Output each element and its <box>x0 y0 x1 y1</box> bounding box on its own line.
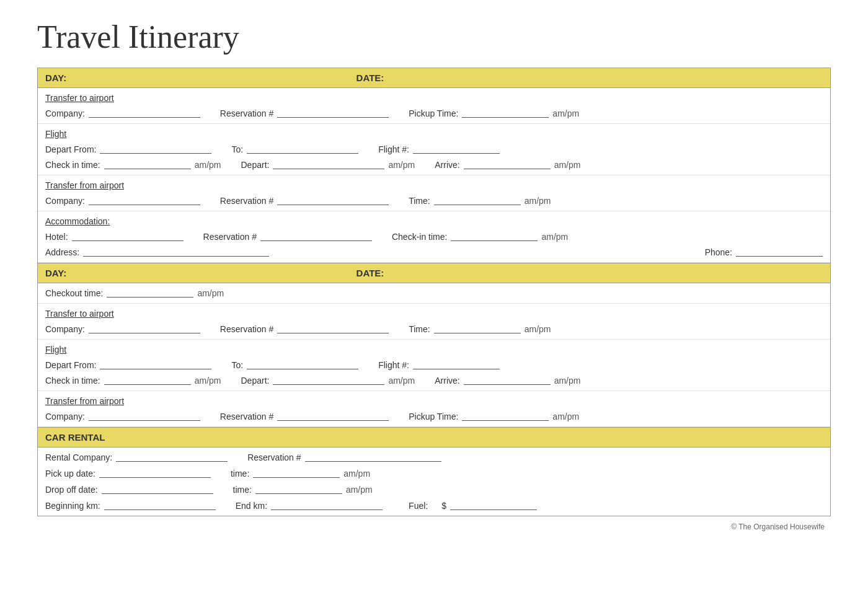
day2-checkout-ampm: am/pm <box>197 288 224 298</box>
day1-flight-to-line[interactable] <box>247 145 358 154</box>
day1-flight-heading: Flight <box>45 129 66 139</box>
day1-accommodation-reservation-line[interactable] <box>260 232 372 241</box>
day1-flight-to-label: To: <box>231 144 243 154</box>
day2-transfer-to-heading: Transfer to airport <box>45 309 114 319</box>
day1-transfer-from-heading: Transfer from airport <box>45 180 124 190</box>
day2-flight-arrive-line[interactable] <box>464 376 551 385</box>
day1-flight-arrive-label: Arrive: <box>435 160 459 170</box>
fuel-label: Fuel: <box>409 501 428 511</box>
day1-hotel-label: Hotel: <box>45 232 68 242</box>
day2-transfer-to-ampm: am/pm <box>525 324 551 334</box>
day2-date-label: DATE: <box>356 268 823 278</box>
day1-transfer-from-reservation-label: Reservation # <box>220 196 273 206</box>
day2-day-label: DAY: <box>45 268 356 278</box>
day2-transfer-from-pickup-label: Pickup Time: <box>409 412 458 421</box>
car-time1-line[interactable] <box>253 469 340 478</box>
day1-day-label: DAY: <box>45 73 356 83</box>
day1-transfer-from-company-label: Company: <box>45 196 85 206</box>
day2-transfer-from-pickup-line[interactable] <box>462 412 549 421</box>
rental-company-label: Rental Company: <box>45 452 112 462</box>
day1-transfer-pickup-label: Pickup Time: <box>409 108 458 118</box>
day1-transfer-company-label: Company: <box>45 108 85 118</box>
day2-flight-depart-from-line[interactable] <box>100 361 211 369</box>
day2-transfer-from-company-label: Company: <box>45 412 85 421</box>
pick-up-date-label: Pick up date: <box>45 469 95 478</box>
day2-transfer-from-company-line[interactable] <box>89 412 200 421</box>
day2-flight-checkin-line[interactable] <box>104 376 191 385</box>
fuel-line[interactable] <box>450 501 537 510</box>
day2-transfer-to-company-label: Company: <box>45 324 85 334</box>
day2-transfer-from-heading: Transfer from airport <box>45 396 124 406</box>
day2-checkout-line[interactable] <box>107 289 193 298</box>
day1-phone-line[interactable] <box>736 248 823 257</box>
day1-flight-depart-from-label: Depart From: <box>45 144 96 154</box>
day1-transfer-from-time-label: Time: <box>409 196 430 206</box>
car-reservation-line[interactable] <box>305 453 441 462</box>
drop-off-date-label: Drop off date: <box>45 485 98 495</box>
day1-accommodation-checkin-line[interactable] <box>451 232 538 241</box>
day1-transfer-company-line[interactable] <box>89 109 200 118</box>
day1-transfer-from-time-line[interactable] <box>434 196 521 205</box>
day1-transfer-from-reservation-line[interactable] <box>277 196 389 205</box>
beginning-km-label: Beginning km: <box>45 501 100 511</box>
day1-flight-depart-ampm: am/pm <box>388 160 415 170</box>
day2-flight-to-label: To: <box>231 360 243 370</box>
car-time2-line[interactable] <box>255 485 342 494</box>
day2-flight-depart-line[interactable] <box>273 376 384 385</box>
day1-flight-checkin-line[interactable] <box>104 161 191 169</box>
car-rental-heading: CAR RENTAL <box>45 432 105 443</box>
day2-transfer-to-company-line[interactable] <box>89 325 200 333</box>
car-ampm2: am/pm <box>346 485 373 495</box>
day2-flight-depart-from-label: Depart From: <box>45 360 96 370</box>
day2-transfer-from-reservation-label: Reservation # <box>220 412 273 421</box>
day1-address-label: Address: <box>45 247 79 257</box>
day1-flight-checkin-label: Check in time: <box>45 160 100 170</box>
beginning-km-line[interactable] <box>104 501 216 510</box>
day1-transfer-to-airport-heading: Transfer to airport <box>45 93 114 103</box>
day2-flight-hash-label: Flight #: <box>378 360 409 370</box>
day1-date-label: DATE: <box>356 73 823 83</box>
pick-up-date-line[interactable] <box>99 469 211 478</box>
day2-transfer-to-reservation-label: Reservation # <box>220 324 273 334</box>
day1-accommodation-heading: Accommodation: <box>45 216 110 226</box>
day1-flight-hash-label: Flight #: <box>378 144 409 154</box>
day1-flight-arrive-line[interactable] <box>464 161 551 169</box>
day2-flight-arrive-ampm: am/pm <box>554 376 581 386</box>
day1-transfer-pickup-line[interactable] <box>462 109 549 118</box>
day1-transfer-from-company-line[interactable] <box>89 196 200 205</box>
day1-accommodation-checkin-label: Check-in time: <box>392 232 447 242</box>
day1-address-line[interactable] <box>83 248 269 257</box>
day2-flight-depart-label: Depart: <box>241 376 270 386</box>
day2-flight-checkin-label: Check in time: <box>45 376 100 386</box>
day1-hotel-line[interactable] <box>72 232 184 241</box>
rental-company-line[interactable] <box>116 453 228 462</box>
day1-flight-depart-line[interactable] <box>273 161 384 169</box>
car-time2-label: time: <box>233 485 252 495</box>
day1-transfer-reservation-line[interactable] <box>277 109 389 118</box>
day1-flight-checkin-ampm: am/pm <box>195 160 221 170</box>
day1-flight-arrive-ampm: am/pm <box>554 160 581 170</box>
end-km-line[interactable] <box>271 501 383 510</box>
day2-flight-checkin-ampm: am/pm <box>195 376 221 386</box>
day2-transfer-from-reservation-line[interactable] <box>277 412 389 421</box>
day2-transfer-to-reservation-line[interactable] <box>277 325 389 333</box>
day2-flight-to-line[interactable] <box>247 361 358 369</box>
day2-flight-arrive-label: Arrive: <box>435 376 459 386</box>
day2-checkout-label: Checkout time: <box>45 288 103 298</box>
day1-flight-depart-from-line[interactable] <box>100 145 211 154</box>
page-title: Travel Itinerary <box>37 19 831 55</box>
day2-flight-hash-line[interactable] <box>413 361 500 369</box>
day2-flight-heading: Flight <box>45 345 66 355</box>
car-reservation-label: Reservation # <box>247 452 301 462</box>
day1-transfer-reservation-label: Reservation # <box>220 108 273 118</box>
fuel-dollar: $ <box>441 501 446 511</box>
day1-accommodation-reservation-label: Reservation # <box>203 232 257 242</box>
drop-off-date-line[interactable] <box>102 485 213 494</box>
day2-transfer-to-time-line[interactable] <box>434 325 521 333</box>
day1-transfer-ampm: am/pm <box>552 108 579 118</box>
day1-phone-label: Phone: <box>705 247 732 257</box>
end-km-label: End km: <box>236 501 267 511</box>
day1-flight-hash-line[interactable] <box>413 145 500 154</box>
day2-transfer-to-time-label: Time: <box>409 324 430 334</box>
copyright: © The Organised Housewife <box>37 523 831 531</box>
